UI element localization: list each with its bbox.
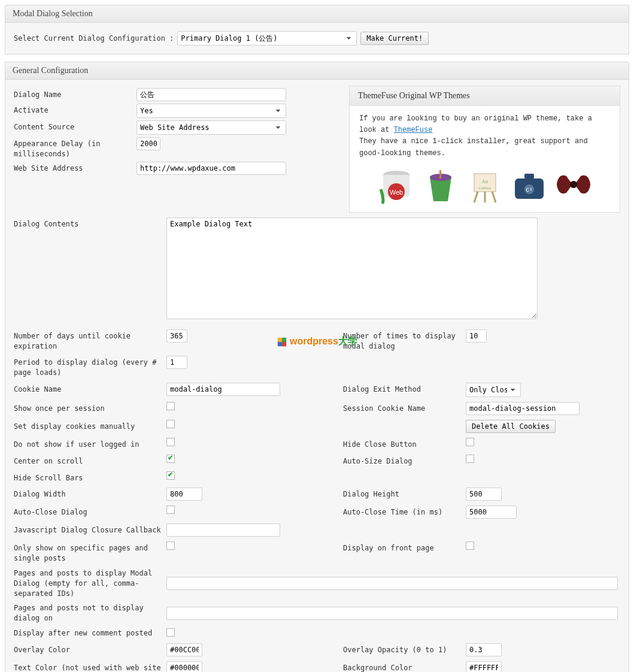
- bg-color-input[interactable]: [466, 661, 502, 672]
- hide-scroll-bars-checkbox[interactable]: [166, 471, 175, 480]
- make-current-button[interactable]: Make Current!: [360, 32, 429, 45]
- web-site-address-label: Web Site Address: [14, 162, 136, 174]
- display-times-label: Number of times to display modal dialog: [343, 329, 466, 352]
- svg-text:Web: Web: [389, 189, 402, 196]
- dialog-contents-label: Dialog Contents: [14, 217, 166, 229]
- svg-point-13: [570, 181, 577, 188]
- cookie-name-input[interactable]: [166, 383, 280, 396]
- auto-close-time-input[interactable]: [466, 505, 517, 519]
- dialog-height-label: Dialog Height: [343, 488, 466, 500]
- bowtie-icon: [554, 167, 593, 205]
- paint-can-icon: Web: [377, 167, 415, 205]
- pages-not-display-input[interactable]: [166, 607, 618, 620]
- no-show-logged-in-checkbox[interactable]: [166, 438, 175, 446]
- display-after-comment-label: Display after new comment posted: [14, 628, 166, 638]
- promo-link[interactable]: ThemeFuse: [394, 126, 433, 134]
- no-show-logged-in-label: Do not show if user logged in: [14, 438, 166, 450]
- activate-label: Activate: [14, 104, 136, 116]
- appearance-delay-input[interactable]: [136, 137, 160, 150]
- delete-cookies-button[interactable]: Delete All Cookies: [466, 420, 556, 433]
- select-dialog-label: Select Current Dialog Configuration :: [14, 34, 174, 43]
- svg-rect-10: [524, 174, 534, 178]
- content-source-select[interactable]: Web Site Address: [136, 120, 286, 135]
- display-times-input[interactable]: [466, 329, 487, 343]
- text-color-input[interactable]: [166, 661, 202, 672]
- svg-text:Gallery: Gallery: [478, 186, 491, 190]
- display-after-comment-checkbox[interactable]: [166, 628, 175, 637]
- appearance-delay-label: Appearance Delay (in milliseconds): [14, 137, 136, 159]
- overlay-color-label: Overlay Color: [14, 643, 166, 655]
- center-on-scroll-label: Center on scroll: [14, 455, 166, 467]
- modal-selection-panel: Modal Dialog Selection Select Current Di…: [5, 5, 629, 55]
- content-source-label: Content Source: [14, 120, 136, 132]
- exit-method-label: Dialog Exit Method: [343, 383, 466, 395]
- hide-close-button-label: Hide Close Button: [343, 438, 466, 450]
- text-color-label: Text Color (not used with web site addre…: [14, 661, 166, 672]
- hide-scroll-bars-label: Hide Scroll Bars: [14, 471, 166, 483]
- overlay-color-input[interactable]: [166, 643, 202, 656]
- smoothie-cup-icon: [421, 167, 460, 205]
- auto-size-checkbox[interactable]: [466, 455, 474, 463]
- only-specific-checkbox[interactable]: [166, 541, 175, 550]
- general-config-panel: General Configuration Dialog Name Activa…: [5, 62, 629, 672]
- overlay-opacity-label: Overlay Opacity (0 to 1): [343, 643, 466, 655]
- hide-close-button-checkbox[interactable]: [466, 438, 474, 446]
- dialog-name-label: Dialog Name: [14, 88, 136, 100]
- center-on-scroll-checkbox[interactable]: [166, 455, 175, 463]
- display-front-label: Display on front page: [343, 541, 466, 553]
- dialog-name-input[interactable]: [136, 88, 286, 101]
- svg-text:Art: Art: [481, 179, 488, 184]
- auto-close-checkbox[interactable]: [166, 505, 175, 514]
- promo-icons-row: Web ArtGallery C³: [359, 167, 610, 205]
- dialog-width-input[interactable]: [166, 488, 202, 501]
- cookie-name-label: Cookie Name: [14, 383, 166, 395]
- briefcase-icon: C³: [510, 167, 548, 205]
- promo-box: ThemeFuse Original WP Themes If you are …: [349, 86, 620, 213]
- auto-size-label: Auto-Size Dialog: [343, 455, 466, 467]
- session-cookie-input[interactable]: [466, 402, 580, 415]
- dialog-width-label: Dialog Width: [14, 488, 166, 500]
- cookie-days-input[interactable]: [166, 329, 187, 343]
- activate-select[interactable]: Yes: [136, 104, 286, 118]
- set-cookies-manually-label: Set display cookies manually: [14, 420, 166, 432]
- display-front-checkbox[interactable]: [466, 541, 474, 550]
- auto-close-label: Auto-Close Dialog: [14, 505, 166, 517]
- web-site-address-input[interactable]: [136, 162, 286, 175]
- exit-method-select[interactable]: Only Close B: [466, 383, 521, 397]
- general-config-heading: General Configuration: [5, 62, 629, 80]
- period-label: Period to display dialog (every # page l…: [14, 356, 166, 378]
- svg-rect-5: [439, 170, 441, 178]
- auto-close-time-label: Auto-Close Time (in ms): [343, 505, 466, 517]
- pages-not-display-label: Pages and posts not to display dialog on: [14, 603, 166, 623]
- only-specific-label: Only show on specific pages and single p…: [14, 541, 166, 564]
- bg-color-label: Background Color: [343, 661, 466, 672]
- js-callback-label: Javascript Dialog Closure Callback: [14, 525, 166, 535]
- show-once-label: Show once per session: [14, 402, 166, 414]
- set-cookies-manually-checkbox[interactable]: [166, 420, 175, 428]
- dialog-config-select[interactable]: Primary Dialog 1 (公告): [177, 31, 357, 46]
- show-once-checkbox[interactable]: [166, 402, 175, 410]
- pages-display-input[interactable]: [166, 577, 618, 590]
- dialog-height-input[interactable]: [466, 488, 502, 501]
- pages-display-label: Pages and posts to display Modal Dialog …: [14, 568, 166, 598]
- session-cookie-label: Session Cookie Name: [343, 402, 466, 414]
- promo-text-2: They have a nice 1-click installer, grea…: [359, 137, 588, 157]
- dialog-contents-textarea[interactable]: [166, 217, 538, 319]
- svg-text:C³: C³: [526, 187, 532, 193]
- promo-heading: ThemeFuse Original WP Themes: [350, 86, 620, 106]
- modal-selection-heading: Modal Dialog Selection: [5, 5, 629, 23]
- period-input[interactable]: [166, 356, 187, 369]
- cookie-days-label: Number of days until cookie expiration: [14, 329, 166, 352]
- js-callback-input[interactable]: [166, 523, 280, 537]
- easel-icon: ArtGallery: [466, 167, 504, 205]
- overlay-opacity-input[interactable]: [466, 643, 502, 656]
